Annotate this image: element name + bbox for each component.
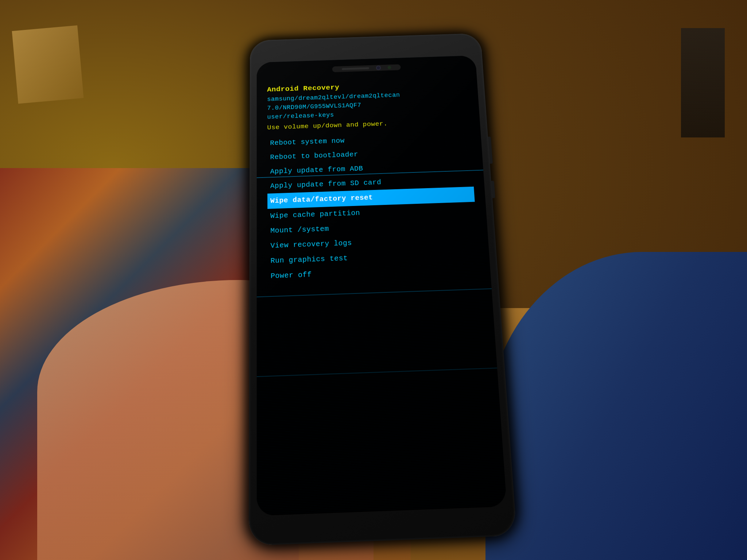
background-item-left xyxy=(12,25,84,104)
speaker-grill xyxy=(342,67,369,70)
background-item-right xyxy=(681,28,725,137)
recovery-menu: Reboot system now Reboot to bootloader A… xyxy=(267,130,480,284)
screen-content: Android Recovery samsung/dream2qltevl/dr… xyxy=(257,55,507,516)
recovery-header: Android Recovery samsung/dream2qltevl/dr… xyxy=(267,78,470,132)
phone-body: Android Recovery samsung/dream2qltevl/dr… xyxy=(249,33,517,546)
phone-screen: Android Recovery samsung/dream2qltevl/dr… xyxy=(257,55,507,516)
front-camera xyxy=(376,66,381,70)
ir-sensor xyxy=(388,66,391,69)
recovery-screen: Android Recovery samsung/dream2qltevl/dr… xyxy=(257,73,507,516)
jeans-background xyxy=(485,252,747,560)
